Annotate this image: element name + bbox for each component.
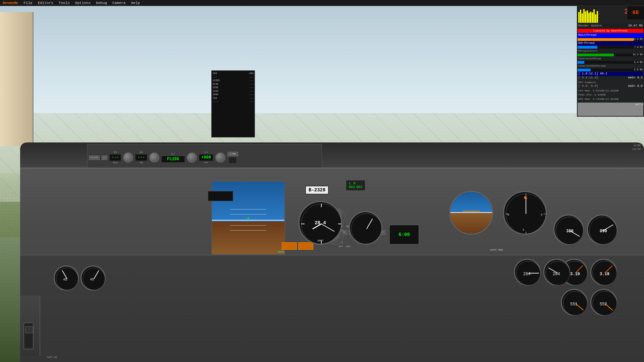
svg-text:3.19: 3.19 bbox=[600, 272, 609, 277]
fcu-fd-section: FD/FPV bbox=[89, 156, 100, 160]
render-time-row: Render Update 28.07 MS bbox=[578, 24, 643, 28]
fps-bar bbox=[593, 9, 595, 23]
gpu-compute-row: [ 0.0: 0.0] med= 8.0 bbox=[578, 84, 643, 89]
svg-text:S: S bbox=[523, 228, 524, 231]
small-gauge-1: 45 bbox=[54, 265, 79, 291]
sim-view: FD/FPV LS SPD --- MACH HDG --- TRK bbox=[0, 6, 644, 362]
manipulator-val: 14.2 MS bbox=[633, 53, 643, 56]
coherent-thread-label: CoherentGTUThread bbox=[578, 64, 643, 68]
eng-gauge-1: 551 bbox=[561, 289, 588, 316]
engine-gauges: 551 552 bbox=[561, 289, 617, 316]
limited-by-warning: Limited by MainThread bbox=[578, 29, 643, 33]
fd-fpv-button[interactable]: FD/FPV bbox=[89, 156, 100, 160]
btm-gauge-2: 284 bbox=[543, 259, 570, 286]
bottom-gauges-mid: 284 284 bbox=[514, 259, 570, 286]
fps-bar bbox=[578, 12, 580, 23]
fps-bar bbox=[595, 14, 596, 23]
speed-gauge-svg: 380 bbox=[554, 216, 585, 246]
clock-time: 6:00 bbox=[398, 232, 410, 237]
pfd-pitch-line-up bbox=[230, 209, 266, 209]
menu-items-container: File Editors Tools Options Debug Camera … bbox=[21, 0, 143, 6]
gear-left-val: 003 bbox=[349, 185, 355, 189]
checklist-row: 1320--- bbox=[213, 89, 254, 93]
svg-line-14 bbox=[313, 224, 321, 229]
vsi-svg bbox=[350, 212, 383, 246]
altimeter-gauge: 28.4 1007 bbox=[299, 201, 342, 245]
spd-knob[interactable] bbox=[123, 153, 133, 163]
gpu1-header: [ 1.8:12.1] 90.2 bbox=[578, 72, 643, 76]
mach-label: MACH bbox=[113, 162, 117, 164]
fcu-ls-section: LS bbox=[102, 156, 107, 160]
alt-knob[interactable] bbox=[187, 153, 197, 163]
ls-button[interactable]: LS bbox=[102, 156, 107, 160]
perf-overlay: 35.6 Render Update 28.07 MS Limited by M… bbox=[577, 6, 644, 117]
menu-options[interactable]: Options bbox=[72, 0, 93, 6]
coherent-thread-val: 5.6 MS bbox=[634, 68, 643, 71]
fps-bar bbox=[583, 9, 585, 23]
warning-btn-1[interactable] bbox=[282, 242, 297, 250]
trk-label: TRK bbox=[140, 162, 143, 164]
fcu-spd-section: SPD --- MACH bbox=[109, 151, 121, 164]
menu-camera[interactable]: Camera bbox=[110, 0, 128, 6]
heading-svg: N S E W bbox=[504, 192, 547, 235]
fps-bar bbox=[587, 10, 588, 23]
checklist-row: 13390--- bbox=[213, 79, 254, 82]
pfd-pitch-line-dn2 bbox=[230, 230, 266, 231]
hdg-label: HDG bbox=[140, 151, 143, 154]
autobrk-label: AUTO BRK bbox=[490, 248, 503, 251]
lvlch-label: LVL/CH bbox=[632, 148, 641, 150]
menu-file[interactable]: File bbox=[21, 0, 35, 6]
app-logo: Devmode bbox=[0, 1, 21, 5]
fcu-alt-section: ALT FL290 bbox=[161, 153, 185, 163]
checklist-row: 350-359 bbox=[213, 72, 254, 75]
athr-button[interactable]: A/THR bbox=[227, 152, 238, 156]
svg-text:284: 284 bbox=[523, 272, 531, 277]
alt-display-right: 68 bbox=[627, 6, 644, 19]
coherent-draw-val: 0.4 MS bbox=[634, 61, 643, 64]
rdrthread-bar: 7.9 MS bbox=[578, 46, 643, 49]
speed-gauge-2-svg: 090 bbox=[588, 216, 618, 246]
lower-shelf: 45 45 CAPT.SW 3.19 bbox=[20, 255, 644, 362]
rdrthread-val: 7.9 MS bbox=[634, 46, 643, 49]
menu-bar: Devmode File Editors Tools Options Debug… bbox=[0, 0, 644, 6]
small-display-top bbox=[208, 191, 233, 201]
left-window-pillar bbox=[0, 12, 34, 146]
manipulator-bar: 14.2 MS bbox=[578, 54, 643, 56]
throttle-lever[interactable] bbox=[23, 322, 34, 349]
svg-line-13 bbox=[321, 224, 334, 232]
mainthread-bar: 25.9 MS bbox=[578, 38, 643, 41]
fps-bar bbox=[580, 10, 581, 23]
svg-text:3.19: 3.19 bbox=[570, 272, 580, 277]
tail-number-text: B-2328 bbox=[309, 187, 325, 193]
fcu-vs-section: V/S +000 FPA bbox=[199, 151, 213, 164]
altimeter-svg bbox=[300, 202, 342, 245]
fps-bar bbox=[592, 12, 593, 23]
pfd-adi-ground bbox=[212, 222, 284, 254]
off-brt-row2: OFF BRT bbox=[339, 245, 351, 248]
vs-knob[interactable] bbox=[215, 153, 225, 163]
checklist-row: ------- bbox=[213, 100, 254, 104]
athr-section: A/THR bbox=[227, 152, 238, 164]
render-label: Render Update bbox=[578, 24, 602, 28]
vsi-gauge bbox=[349, 211, 382, 245]
fcu-hdg-section: HDG --- TRK bbox=[135, 151, 147, 164]
capt-sw: CAPT.SW bbox=[47, 356, 57, 359]
vs-label: V/S bbox=[204, 151, 208, 154]
alt-s-label: ALT S bbox=[635, 103, 643, 107]
standby-horizon bbox=[449, 191, 493, 235]
fps-bar bbox=[588, 13, 590, 23]
fps-bar bbox=[582, 13, 583, 23]
menu-editors[interactable]: Editors bbox=[35, 0, 56, 6]
menu-debug[interactable]: Debug bbox=[93, 0, 110, 6]
pfd-aircraft-symbol: ✈ bbox=[247, 215, 250, 221]
off-label2: OFF bbox=[339, 245, 343, 248]
gear-right-label: R bbox=[354, 182, 356, 185]
svg-text:090: 090 bbox=[600, 229, 607, 234]
render-value: 28.07 MS bbox=[628, 24, 643, 28]
menu-tools[interactable]: Tools bbox=[56, 0, 72, 6]
hdg-knob[interactable] bbox=[149, 153, 159, 163]
menu-help[interactable]: Help bbox=[128, 0, 143, 6]
heading-indicator: N S E W bbox=[503, 191, 547, 235]
vs-display: +000 bbox=[199, 154, 213, 161]
fcu-panel: FD/FPV LS SPD --- MACH HDG --- TRK bbox=[87, 144, 322, 171]
